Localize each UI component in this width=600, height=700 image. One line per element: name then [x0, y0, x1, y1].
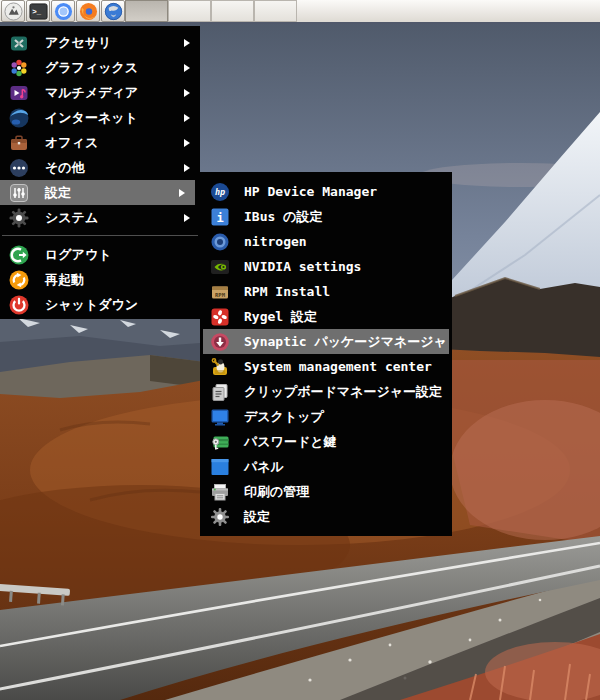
submenu-item-clipboard-manager-settings[interactable]: クリップボードマネージャー設定: [200, 379, 452, 404]
blue-globe-browser-icon: [104, 2, 123, 21]
distro-logo-icon: [4, 2, 23, 21]
passwords-keys-icon: [210, 432, 230, 452]
submenu-item-label: Synaptic パッケージマネージャ: [244, 333, 447, 351]
main-menu: アクセサリ グラフィックス マルチメディア: [0, 26, 200, 319]
menu-item-label: マルチメディア: [45, 84, 138, 102]
clipboard-icon: [210, 382, 230, 402]
chromium-launcher[interactable]: [51, 0, 75, 22]
menu-item-graphics[interactable]: グラフィックス: [0, 55, 200, 80]
menu-item-multimedia[interactable]: マルチメディア: [0, 80, 200, 105]
submenu-item-passwords-and-keys[interactable]: パスワードと鍵: [200, 429, 452, 454]
settings-submenu: hp HP Device Manager i IBus の設定 nitrogen…: [200, 172, 452, 536]
submenu-item-label: 設定: [244, 508, 270, 526]
nvidia-icon: [210, 257, 230, 277]
logout-icon: [8, 244, 30, 266]
submenu-item-rygel-settings[interactable]: Rygel 設定: [200, 304, 452, 329]
other-icon: [8, 157, 30, 179]
submenu-item-label: NVIDIA settings: [244, 259, 361, 274]
submenu-item-label: デスクトップ: [244, 408, 324, 426]
menu-item-settings[interactable]: 設定: [0, 180, 195, 205]
menu-item-label: アクセサリ: [45, 34, 112, 52]
nitrogen-icon: [210, 232, 230, 252]
submenu-item-system-management-center[interactable]: System management center: [200, 354, 452, 379]
submenu-arrow-icon: [184, 214, 190, 222]
distro-menu-button[interactable]: [1, 0, 25, 22]
menu-item-internet[interactable]: インターネット: [0, 105, 200, 130]
restart-icon: [8, 269, 30, 291]
menu-item-label: システム: [45, 209, 98, 227]
submenu-arrow-icon: [184, 89, 190, 97]
firefox-icon: [79, 2, 98, 21]
submenu-arrow-icon: [184, 64, 190, 72]
submenu-item-label: System management center: [244, 359, 432, 374]
submenu-arrow-icon: [184, 39, 190, 47]
menu-item-label: オフィス: [45, 134, 98, 152]
taskbar-button[interactable]: [168, 0, 211, 22]
rpm-logo-text: RPM: [215, 291, 226, 297]
terminal-launcher[interactable]: >_: [26, 0, 50, 22]
printer-icon: [210, 482, 230, 502]
menu-item-label: グラフィックス: [45, 59, 138, 77]
submenu-item-label: 印刷の管理: [244, 483, 309, 501]
submenu-item-desktop[interactable]: デスクトップ: [200, 404, 452, 429]
submenu-item-label: Rygel 設定: [244, 308, 317, 326]
submenu-item-label: パネル: [244, 458, 284, 476]
menu-item-label: 再起動: [45, 271, 84, 289]
menu-item-restart[interactable]: 再起動: [0, 267, 200, 292]
submenu-item-ibus-settings[interactable]: i IBus の設定: [200, 204, 452, 229]
submenu-item-synaptic[interactable]: Synaptic パッケージマネージャ: [203, 329, 449, 354]
menu-separator: [2, 235, 198, 236]
graphics-icon: [8, 57, 30, 79]
menu-item-label: 設定: [45, 184, 71, 202]
rpm-package-icon: RPM: [210, 282, 230, 302]
menu-item-label: インターネット: [45, 109, 138, 127]
menu-item-system[interactable]: システム: [0, 205, 200, 230]
submenu-item-label: nitrogen: [244, 234, 307, 249]
settings-sliders-icon: [8, 182, 30, 204]
submenu-item-panel[interactable]: パネル: [200, 454, 452, 479]
ibus-logo-text: i: [216, 210, 223, 224]
submenu-item-label: パスワードと鍵: [244, 433, 337, 451]
menu-item-other[interactable]: その他: [0, 155, 200, 180]
submenu-item-label: HP Device Manager: [244, 184, 377, 199]
ibus-icon: i: [210, 207, 230, 227]
browser-launcher[interactable]: [101, 0, 125, 22]
menu-item-shutdown[interactable]: シャットダウン: [0, 292, 200, 317]
accessories-icon: [8, 32, 30, 54]
menu-item-accessories[interactable]: アクセサリ: [0, 30, 200, 55]
taskbar-panel: >_: [0, 0, 600, 24]
taskbar-button-pressed[interactable]: [125, 0, 168, 22]
hp-icon: hp: [210, 182, 230, 202]
firefox-launcher[interactable]: [76, 0, 100, 22]
terminal-icon: >_: [29, 2, 48, 21]
submenu-item-print-management[interactable]: 印刷の管理: [200, 479, 452, 504]
submenu-arrow-icon: [184, 139, 190, 147]
internet-icon: [8, 107, 30, 129]
menu-item-office[interactable]: オフィス: [0, 130, 200, 155]
submenu-item-label: クリップボードマネージャー設定: [244, 383, 442, 401]
submenu-item-hp-device-manager[interactable]: hp HP Device Manager: [200, 179, 452, 204]
desktop-monitor-icon: [210, 407, 230, 427]
submenu-item-rpm-install[interactable]: RPM RPM Install: [200, 279, 452, 304]
rygel-icon: [210, 307, 230, 327]
panel-empty-area: [297, 0, 600, 22]
desktop: >_: [0, 0, 600, 700]
menu-item-logout[interactable]: ログアウト: [0, 242, 200, 267]
submenu-item-nitrogen[interactable]: nitrogen: [200, 229, 452, 254]
system-gear-icon: [8, 207, 30, 229]
multimedia-icon: [8, 82, 30, 104]
submenu-item-label: IBus の設定: [244, 208, 322, 226]
submenu-arrow-icon: [184, 114, 190, 122]
submenu-item-nvidia-settings[interactable]: NVIDIA settings: [200, 254, 452, 279]
menu-item-label: その他: [45, 159, 85, 177]
menu-item-label: ログアウト: [45, 246, 112, 264]
settings-gear-icon: [210, 507, 230, 527]
management-center-icon: [210, 357, 230, 377]
taskbar-button[interactable]: [254, 0, 297, 22]
synaptic-icon: [210, 332, 230, 352]
taskbar-button[interactable]: [211, 0, 254, 22]
submenu-arrow-icon: [184, 164, 190, 172]
submenu-item-settings[interactable]: 設定: [200, 504, 452, 529]
shutdown-icon: [8, 294, 30, 316]
panel-icon: [210, 457, 230, 477]
